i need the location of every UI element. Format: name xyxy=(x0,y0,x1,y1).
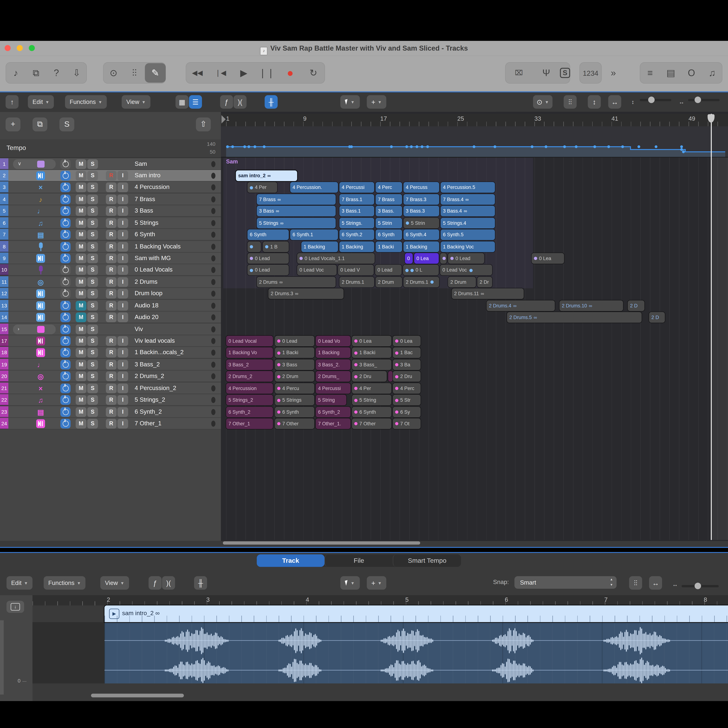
region-6-synth[interactable]: 6 Synth xyxy=(248,229,289,240)
solo-mode-icon[interactable]: S xyxy=(560,68,570,78)
region-7-other-1-[interactable]: 7 Other_1. xyxy=(316,418,350,429)
region-3-bass-[interactable]: 3 Bass_ xyxy=(352,359,392,370)
region-2-drums-5[interactable]: 2 Drums.5∞ xyxy=(507,312,642,323)
r-button[interactable]: R xyxy=(106,348,117,358)
i-button[interactable]: I xyxy=(118,265,128,275)
i-button[interactable]: I xyxy=(118,289,128,299)
region-1-backing[interactable]: 1 Backing xyxy=(404,241,439,252)
region-6-synth-2[interactable]: 6 Synth_2 xyxy=(316,407,350,417)
secondary-tool-menu[interactable]: +▼ xyxy=(367,95,386,109)
m-button[interactable]: M xyxy=(76,324,86,334)
m-button[interactable]: M xyxy=(76,230,86,240)
track-name[interactable]: 1 Backin...ocals_2 xyxy=(135,349,184,356)
editor-zoom-slider[interactable] xyxy=(682,585,719,587)
m-button[interactable]: M xyxy=(76,301,86,310)
prelisten-icon[interactable]: ▶ xyxy=(109,609,119,619)
track-name[interactable]: Sam intro xyxy=(135,172,161,179)
editor-download-button[interactable]: ↓ xyxy=(6,601,24,613)
library-icon[interactable]: ♪ xyxy=(6,67,26,78)
region-2-drum[interactable]: 2 Drum xyxy=(275,371,314,382)
region-1-backing[interactable]: 1 Backing xyxy=(301,241,338,252)
hide-library-button[interactable]: ⇧ xyxy=(196,118,211,132)
horizontal-zoom-slider[interactable] xyxy=(688,99,720,101)
i-button[interactable]: I xyxy=(118,360,128,370)
r-button[interactable]: R xyxy=(106,301,117,310)
tuner-icon[interactable]: Ψ xyxy=(532,67,560,78)
s-button[interactable]: S xyxy=(87,336,98,346)
region-0-lead[interactable]: 0 Lead xyxy=(375,265,401,275)
region-5-strings[interactable]: 5 Strings∞ xyxy=(257,218,336,228)
track-power-button[interactable] xyxy=(60,372,70,381)
add-track-button[interactable]: + xyxy=(6,118,21,132)
vertical-auto-zoom-icon[interactable]: ↕ xyxy=(588,95,601,109)
track-header-audio-20[interactable]: 14MSRIAudio 20 xyxy=(0,312,221,323)
track-name[interactable]: 3 Bass xyxy=(135,207,153,214)
cycle-button[interactable]: ↻ xyxy=(302,67,325,78)
region-7-brass-4[interactable]: 7 Brass.4∞ xyxy=(440,194,495,205)
tab-smart-tempo[interactable]: Smart Tempo xyxy=(393,554,461,567)
region-4-percussi[interactable]: 4 Percussi xyxy=(316,383,350,394)
region-6-synth-2[interactable]: 6 Synth_2 xyxy=(226,407,273,417)
mixer-icon[interactable]: ⫶⫶ xyxy=(124,67,145,78)
m-button[interactable]: M xyxy=(76,254,86,263)
region-7-brass-3[interactable]: 7 Brass.3 xyxy=(404,194,439,205)
region-3-bass-4[interactable]: 3 Bass.4∞ xyxy=(440,206,495,217)
crossfade-icon[interactable]: )( xyxy=(234,95,246,109)
region-1-backi[interactable]: 1 Backi xyxy=(376,241,402,252)
r-button[interactable]: R xyxy=(106,372,117,381)
tab-file[interactable]: File xyxy=(324,554,393,567)
region-0-lead[interactable]: 0 Lead xyxy=(248,265,289,275)
region-2-drums[interactable]: 2 Drums∞ xyxy=(257,277,336,288)
r-button[interactable]: R xyxy=(106,194,117,204)
inspector-toggle-icon[interactable]: ⧉ xyxy=(26,67,46,78)
disclosure-chevron-icon[interactable]: ∨ xyxy=(18,161,21,166)
region-6-synth-2[interactable]: 6 Synth.2 xyxy=(340,229,374,240)
record-button[interactable]: ● xyxy=(278,66,302,80)
region-5-string[interactable]: 5 String xyxy=(352,395,392,405)
s-button[interactable]: S xyxy=(87,407,98,417)
tempo-track-header[interactable]: Tempo 140 50 xyxy=(0,139,221,158)
region-0-lead-voc[interactable]: 0 Lead Voc xyxy=(297,265,337,275)
functions-menu[interactable]: Functions▼ xyxy=(65,95,107,109)
vertical-zoom-slider[interactable] xyxy=(640,99,671,101)
r-button[interactable]: R xyxy=(106,230,117,240)
tempo-lane[interactable] xyxy=(221,126,728,158)
region-3-bass-1[interactable]: 3 Bass.1 xyxy=(340,206,374,217)
region-5-str[interactable]: 5 Str xyxy=(393,395,421,405)
m-button[interactable]: M xyxy=(76,372,86,381)
region-7-brass-1[interactable]: 7 Brass.1 xyxy=(340,194,374,205)
track-power-button[interactable] xyxy=(60,254,70,263)
disclosure-chevron-icon[interactable]: › xyxy=(18,326,19,332)
more-chevrons-icon[interactable]: » xyxy=(606,68,621,78)
track-power-button[interactable] xyxy=(60,301,70,310)
region-2-drums-2[interactable]: 2 Drums_2 xyxy=(226,371,273,382)
m-button[interactable]: M xyxy=(76,277,86,287)
list-editors-icon[interactable]: ≡ xyxy=(640,67,661,78)
region-4-per[interactable]: 4 Per xyxy=(352,383,392,394)
track-power-button[interactable] xyxy=(60,324,70,334)
region-5-strin[interactable]: 5 Strin xyxy=(404,218,439,228)
track-power-button[interactable] xyxy=(60,218,70,228)
editor-view-menu[interactable]: View▼ xyxy=(100,576,129,590)
track-power-button[interactable] xyxy=(60,171,70,181)
region-5-strings-4[interactable]: 5 Strings.4 xyxy=(440,218,495,228)
r-button[interactable]: R xyxy=(106,360,117,370)
track-power-button[interactable] xyxy=(60,348,70,358)
track-power-button[interactable] xyxy=(60,194,70,204)
track-header-4-percussion[interactable]: 3×MSRI4 Percussion xyxy=(0,182,221,193)
region-2-dr[interactable]: 2 Dr xyxy=(477,277,492,288)
region-clip[interactable] xyxy=(388,371,393,382)
region-0-lead-v[interactable]: 0 Lead V xyxy=(338,265,374,275)
i-button[interactable]: I xyxy=(118,301,128,310)
i-button[interactable]: I xyxy=(118,312,128,322)
s-button[interactable]: S xyxy=(87,230,98,240)
loops-browser-icon[interactable]: O xyxy=(681,67,702,78)
region-4-perc[interactable]: 4 Perc xyxy=(376,182,402,193)
m-button[interactable]: M xyxy=(76,360,86,370)
m-button[interactable]: M xyxy=(76,159,86,169)
r-button[interactable]: R xyxy=(106,289,117,299)
r-button[interactable]: R xyxy=(106,171,117,181)
i-button[interactable]: I xyxy=(118,171,128,181)
m-button[interactable]: M xyxy=(76,289,86,299)
i-button[interactable]: I xyxy=(118,218,128,228)
